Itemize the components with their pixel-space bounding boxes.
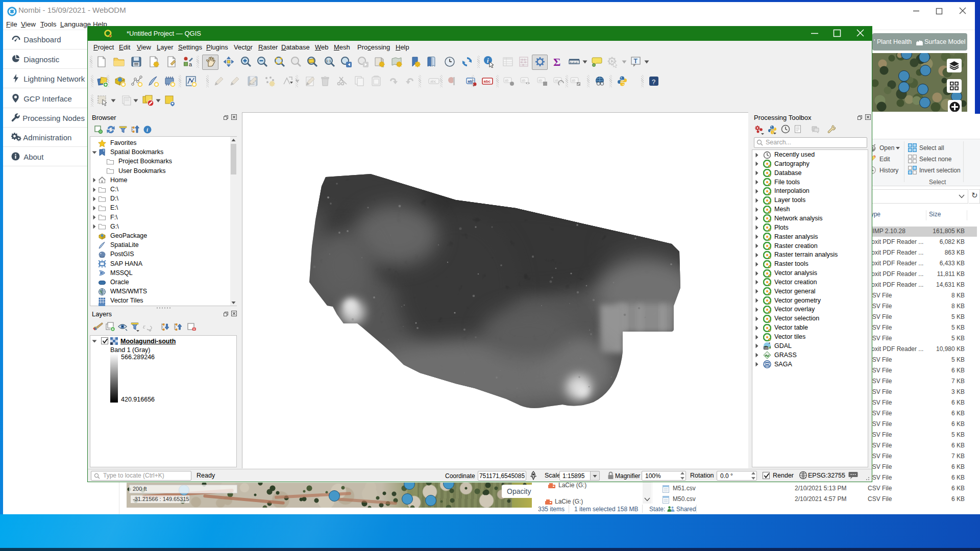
svg-text:1:1: 1:1	[326, 59, 331, 63]
svg-text:ε: ε	[143, 323, 145, 330]
svg-text:abc: abc	[484, 79, 491, 84]
svg-text:GDAL: GDAL	[764, 347, 771, 349]
svg-text:abc: abc	[430, 80, 436, 83]
svg-text:ab: ab	[538, 79, 543, 82]
svg-text:Σ: Σ	[553, 56, 560, 68]
svg-text:T: T	[634, 58, 638, 65]
svg-text:ab: ab	[505, 79, 509, 82]
svg-text:?: ?	[652, 78, 655, 86]
svg-text:ab: ab	[572, 79, 576, 82]
svg-text:ab: ab	[522, 79, 526, 82]
svg-text:a: a	[189, 61, 192, 67]
svg-text:ab: ab	[555, 79, 559, 82]
